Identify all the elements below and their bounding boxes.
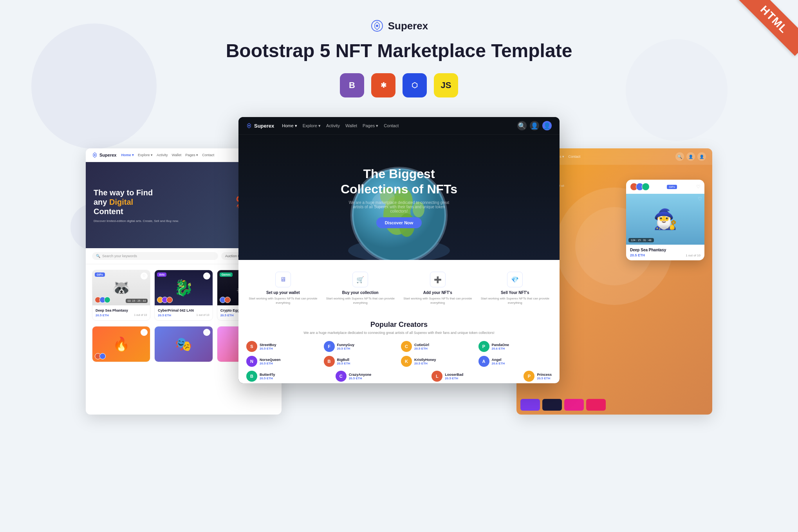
nft-card-4: 🔥 ♡ (92, 326, 150, 362)
right-nft-heart[interactable]: ♡ (696, 184, 701, 189)
creator-norsequeen: N NorseQueen 20.5 ETH (246, 356, 320, 367)
center-hero: The Biggest Collections of NFTs We are a… (238, 135, 560, 260)
creator-norsequeen-info: NorseQueen 20.5 ETH (260, 358, 281, 365)
creator-kristlyhoney-name: KristlyHoney (414, 358, 436, 362)
step-add-nft-title: Add your NFT's (401, 290, 475, 295)
creator-cutiegirl-name: CutieGirl (414, 343, 429, 347)
step-sell-nft: 💎 Sell Your NFT's Start working with Sup… (478, 272, 552, 305)
svg-point-6 (248, 125, 250, 126)
nft-card-2-image: 🐉 Arts ♡ (155, 270, 212, 305)
nft-card-1-meta: 20.5 ETH 1 out of 10 (96, 314, 147, 317)
right-nav-contact[interactable]: Contact (568, 155, 580, 159)
left-hero-text: The way to Findany DigitalContent Discov… (94, 188, 179, 223)
right-nft-card-header: GIFs ♡ (626, 180, 704, 194)
nft-card-1-title: Deep Sea Phantasy (96, 308, 147, 312)
left-nav-logo-text: Superex (99, 153, 116, 157)
left-nav-logo: Superex (92, 152, 116, 158)
creator-streetboy-name: StreetBoy (260, 343, 276, 347)
nft-card-1: 🦝 GIFs ♡ 03: 15 : 25 : 44 Deep Sea Phant… (92, 270, 150, 321)
creator-angel-avatar: A (478, 356, 489, 367)
left-nav-wallet[interactable]: Wallet (172, 153, 181, 157)
creator-cutiegirl-info: CutieGirl 20.5 ETH (414, 343, 429, 350)
left-nav-home[interactable]: Home ▾ (121, 153, 134, 157)
center-nav-explore[interactable]: Explore ▾ (303, 123, 321, 128)
creators-subtitle: We are a huge marketplace dedicated to c… (246, 331, 552, 335)
nft-avatars-1 (95, 297, 109, 303)
creator-funnyguy-info: FunnyGuy 20.5 ETH (337, 343, 355, 350)
html-badge: HTML (735, 0, 798, 63)
left-hero-highlight: Digital (109, 198, 133, 206)
left-nav-pages[interactable]: Pages ▾ (185, 153, 198, 157)
left-nav-activity[interactable]: Activity (157, 153, 168, 157)
search-box[interactable]: 🔍 Search your keywords (92, 252, 218, 260)
right-nav-user1-icon[interactable]: 👤 (686, 152, 695, 161)
nft-card-1-info: Deep Sea Phantasy 20.5 ETH 1 out of 10 (92, 305, 150, 320)
creators-grid: S StreetBoy 20.5 ETH F FunnyGuy 20.5 ETH… (246, 341, 552, 367)
left-hero-title: The way to Findany DigitalContent (94, 188, 179, 216)
center-screenshot: Superex Home ▾ Explore ▾ Activity Wallet… (238, 117, 560, 383)
html5-badge: ✱ (371, 73, 395, 97)
step-add-nft-desc: Start working with Superex NFTs that can… (401, 296, 475, 305)
bootstrap-badge: B (340, 73, 364, 97)
creator-bigbull-eth: 20.5 ETH (337, 362, 350, 365)
center-nav-search[interactable]: 🔍 (517, 121, 527, 130)
step-sell-nft-desc: Start working with Superex NFTs that can… (478, 296, 552, 305)
center-nav-wallet[interactable]: Wallet (345, 123, 357, 128)
step-buy-collection-desc: Start working with Superex NFTs that can… (324, 296, 397, 305)
step-buy-collection-icon: 🛒 (352, 272, 368, 287)
step-add-nft-icon: ➕ (430, 272, 446, 287)
right-nft-badge: GIFs (667, 185, 677, 189)
creator-princess-eth: 20.5 ETH (537, 377, 552, 380)
nft-card-2-title: CyberPrimal 042 LAN (158, 308, 209, 312)
step-buy-collection-title: Buy your collection (324, 290, 397, 295)
main-title: Bootstrap 5 NFT Marketplace Template (0, 40, 798, 61)
creator-butterfly-info: ButterFly 20.5 ETH (260, 373, 275, 380)
creator-streetboy-avatar: S (246, 341, 257, 352)
creator-kristlyhoney-avatar: K (401, 356, 412, 367)
nft-heart-5[interactable]: ♡ (203, 329, 210, 336)
center-nav: Superex Home ▾ Explore ▾ Activity Wallet… (238, 117, 560, 135)
center-nav-home[interactable]: Home ▾ (282, 123, 297, 128)
creator-crazyanyone-info: CrazyAnyone 20.5 ETH (349, 373, 372, 380)
creator-pandaone: P PandaOne 20.6 ETH (478, 341, 552, 352)
right-nft-timer: 124 : 15 : 31 : 48 (628, 238, 654, 242)
search-placeholder: Search your keywords (102, 254, 137, 258)
creator-funnyguy-eth: 20.5 ETH (337, 347, 355, 350)
left-nav-contact[interactable]: Contact (202, 153, 214, 157)
creator-butterfly: B ButterFly 20.5 ETH (246, 371, 275, 382)
creator-loosserbad: L LooserBad 20.5 ETH (431, 371, 463, 382)
nft-heart-2[interactable]: ♡ (203, 272, 210, 280)
creator-norsequeen-name: NorseQueen (260, 358, 281, 362)
creator-loosserbad-info: LooserBad 20.5 ETH (445, 373, 463, 380)
right-nft-char: 🧙‍♂️ (626, 194, 704, 245)
right-nav-search-icon[interactable]: 🔍 (675, 152, 684, 161)
nft-card-5: 🎭 ♡ (154, 326, 213, 362)
creator-funnyguy: F FunnyGuy 20.5 ETH (324, 341, 397, 352)
center-nav-contact[interactable]: Contact (384, 123, 399, 128)
center-nav-logo: Superex (246, 123, 274, 129)
page-header: Superex Bootstrap 5 NFT Marketplace Temp… (0, 0, 798, 97)
center-nav-user1[interactable]: 👤 (530, 121, 539, 130)
creator-bigbull-avatar: B (324, 356, 335, 367)
creator-kristlyhoney-info: KristlyHoney 20.5 ETH (414, 358, 436, 365)
search-icon: 🔍 (96, 254, 100, 258)
discover-now-button[interactable]: Discover Now (376, 217, 422, 228)
creator-streetboy: S StreetBoy 20.5 ETH (246, 341, 320, 352)
center-nav-pages[interactable]: Pages ▾ (363, 123, 378, 128)
right-nav-icons: 🔍 👤 👤 (675, 152, 706, 161)
center-nav-user2[interactable]: 👤 (542, 121, 552, 130)
center-nav-logo-text: Superex (254, 123, 274, 129)
creator-cutiegirl-eth: 20.5 ETH (414, 347, 429, 350)
creator-streetboy-info: StreetBoy 20.5 ETH (260, 343, 276, 350)
right-nft-name: Deep Sea Phantasy (630, 248, 701, 252)
step-add-nft: ➕ Add your NFT's Start working with Supe… (401, 272, 475, 305)
right-nav-user2-icon[interactable]: 👤 (697, 152, 706, 161)
left-nav-explore[interactable]: Explore ▾ (138, 153, 153, 157)
nft-card-5-image: 🎭 ♡ (155, 326, 212, 362)
creator-norsequeen-avatar: N (246, 356, 257, 367)
nft-card-2: 🐉 Arts ♡ CyberPrimal 042 LAN 20.5 ETH 1 … (154, 270, 213, 321)
center-nav-activity[interactable]: Activity (326, 123, 340, 128)
step-sell-nft-icon: 💎 (507, 272, 523, 287)
creator-bigbull-name: BigBull (337, 358, 350, 362)
right-nft-avatars (630, 183, 648, 191)
